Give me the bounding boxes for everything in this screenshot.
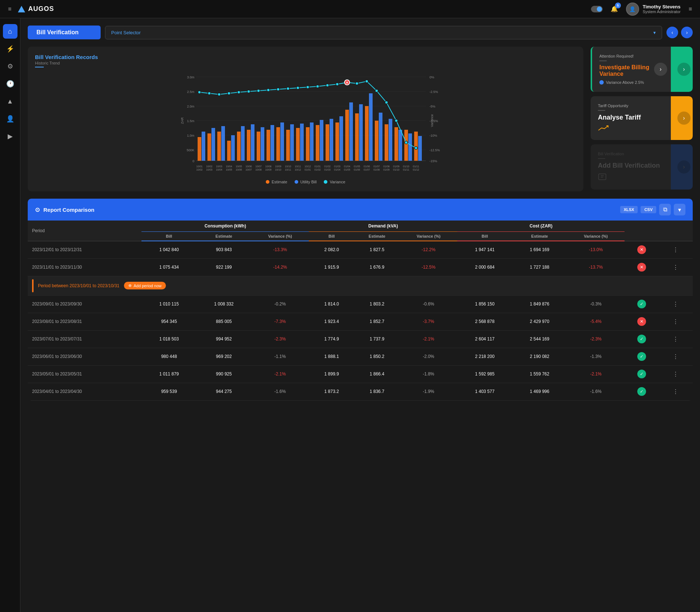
add-period-button[interactable]: ⊕ Add period now — [124, 282, 166, 289]
dem-est-cell: 1 737.9 — [354, 330, 400, 348]
col-dem-var: Variance (%) — [400, 232, 457, 241]
svg-rect-29 — [227, 141, 231, 161]
svg-rect-48 — [320, 120, 323, 161]
report-header-right: XLSX CSV ⧉ ▾ — [620, 204, 685, 215]
theme-toggle[interactable] — [591, 6, 603, 12]
svg-rect-56 — [359, 104, 363, 161]
card-indicator-1 — [599, 80, 604, 85]
card-tag-2: Tariff Opportunity — [598, 104, 667, 108]
point-selector[interactable]: Point Selector ▾ — [105, 26, 662, 39]
cons-bill-cell: 954 345 — [141, 313, 196, 330]
dem-bill-cell: 1 873.2 — [309, 383, 354, 400]
period-cell: 2023/05/01 to 2023/05/31 — [28, 365, 141, 383]
card-title-3: Add Bill Verification — [598, 162, 667, 169]
row-more-button[interactable]: ⋮ — [671, 352, 680, 362]
global-menu-button[interactable]: ≡ — [687, 4, 694, 15]
svg-text:01/10: 01/10 — [403, 165, 409, 168]
sidebar-item-history[interactable]: 🕐 — [3, 77, 18, 91]
nav-prev-button[interactable]: ‹ — [666, 27, 678, 38]
actions-cell: ⋮ — [659, 313, 693, 330]
collapse-button[interactable]: ▾ — [674, 204, 685, 215]
variance-dot-legend — [324, 180, 327, 184]
period-cell: 2023/12/01 to 2023/12/31 — [28, 241, 141, 258]
nav-next-button[interactable]: › — [681, 27, 693, 38]
row-more-button[interactable]: ⋮ — [671, 369, 680, 379]
svg-rect-67 — [414, 132, 418, 161]
svg-rect-23 — [198, 137, 201, 161]
status-error-icon: ✕ — [637, 245, 646, 254]
svg-rect-59 — [375, 121, 378, 161]
card-arrow-1[interactable]: › — [654, 63, 667, 76]
svg-text:✕: ✕ — [346, 81, 349, 85]
card-arrow-orange[interactable]: › — [677, 112, 691, 125]
row-more-button[interactable]: ⋮ — [671, 299, 680, 309]
report-header: ⊙ Report Comparison XLSX CSV ⧉ ▾ — [28, 199, 693, 221]
actions-cell: ⋮ — [659, 241, 693, 258]
card-arrow-navy[interactable]: › — [677, 160, 691, 174]
cons-var-cell: -0.2% — [251, 295, 309, 313]
cons-var-cell: -1.6% — [251, 383, 309, 400]
svg-rect-57 — [365, 106, 369, 161]
table-row: 2023/09/01 to 2023/09/30 1 010 115 1 008… — [28, 295, 693, 313]
sidebar-item-users[interactable]: 👤 — [3, 112, 18, 126]
row-more-button[interactable]: ⋮ — [671, 334, 680, 344]
copy-button[interactable]: ⧉ — [659, 204, 671, 215]
legend-variance: Variance — [324, 180, 345, 184]
cons-est-cell: 944 275 — [197, 383, 251, 400]
sidebar-item-settings[interactable]: ⚙ — [3, 59, 18, 74]
row-more-button[interactable]: ⋮ — [671, 387, 680, 397]
sidebar-item-energy[interactable]: ⚡ — [3, 42, 18, 56]
estimate-dot — [266, 180, 269, 184]
svg-text:10/08: 10/08 — [265, 165, 272, 168]
svg-rect-68 — [418, 136, 422, 161]
cost-est-cell: 1 694 169 — [512, 241, 567, 258]
cost-bill-cell: 2 218 200 — [457, 348, 512, 365]
svg-text:01/06: 01/06 — [363, 165, 370, 168]
cons-est-cell: 885 005 — [197, 313, 251, 330]
card-title-1: Investigate Billing Variance — [599, 64, 650, 77]
svg-point-90 — [405, 141, 408, 144]
svg-rect-25 — [207, 133, 211, 161]
cons-est-cell: 969 202 — [197, 348, 251, 365]
sidebar-item-home[interactable]: ⌂ — [3, 24, 18, 39]
svg-text:10/12: 10/12 — [295, 168, 301, 171]
cons-var-cell: -7.3% — [251, 313, 309, 330]
svg-text:0: 0 — [192, 159, 194, 163]
svg-point-87 — [375, 89, 378, 92]
col-group-demand: Demand (kVA) — [309, 221, 457, 232]
svg-text:01/08: 01/08 — [383, 165, 390, 168]
row-more-button[interactable]: ⋮ — [671, 262, 680, 272]
svg-text:01/07: 01/07 — [373, 165, 380, 168]
svg-text:01/11: 01/11 — [403, 168, 409, 171]
svg-point-81 — [326, 84, 329, 87]
missing-period-row: Period between 2023/10/01 to 2023/10/31 … — [28, 276, 693, 295]
svg-point-82 — [336, 83, 339, 86]
row-more-button[interactable]: ⋮ — [671, 317, 680, 327]
svg-point-75 — [267, 89, 270, 91]
export-xlsx-button[interactable]: XLSX — [620, 206, 638, 213]
sidebar-item-panel[interactable]: ▶ — [3, 129, 18, 144]
export-csv-button[interactable]: CSV — [641, 206, 656, 213]
menu-button[interactable]: ≡ — [6, 4, 13, 15]
svg-rect-39 — [276, 127, 280, 161]
dem-var-cell: -12.2% — [400, 241, 457, 258]
cons-est-cell: 903 843 — [197, 241, 251, 258]
card-arrow-green[interactable]: › — [677, 63, 691, 76]
investigate-variance-card[interactable]: Attention Required! Investigate Billing … — [591, 47, 693, 92]
status-cell: ✓ — [625, 330, 658, 348]
svg-point-72 — [237, 91, 240, 94]
row-more-button[interactable]: ⋮ — [671, 245, 680, 255]
missing-period-bar — [32, 279, 34, 292]
cost-var-cell: -13.0% — [567, 241, 625, 258]
add-bill-verification-card[interactable]: Bill Verification Add Bill Verification … — [591, 144, 693, 190]
cons-est-cell: 990 925 — [197, 365, 251, 383]
sidebar-item-upload[interactable]: ▲ — [3, 94, 18, 109]
svg-text:10/06: 10/06 — [245, 165, 252, 168]
table-row: 2023/04/01 to 2023/04/30 959 539 944 275… — [28, 383, 693, 400]
cost-bill-cell: 2 000 684 — [457, 258, 512, 276]
logo-text: AUGOS — [28, 5, 54, 13]
table-row: 2023/08/01 to 2023/08/31 954 345 885 005… — [28, 313, 693, 330]
status-ok-icon: ✓ — [637, 335, 646, 343]
analyse-tariff-card[interactable]: Tariff Opportunity Analyse Tariff › — [591, 96, 693, 140]
notification-button[interactable]: 🔔 5 — [608, 3, 620, 15]
